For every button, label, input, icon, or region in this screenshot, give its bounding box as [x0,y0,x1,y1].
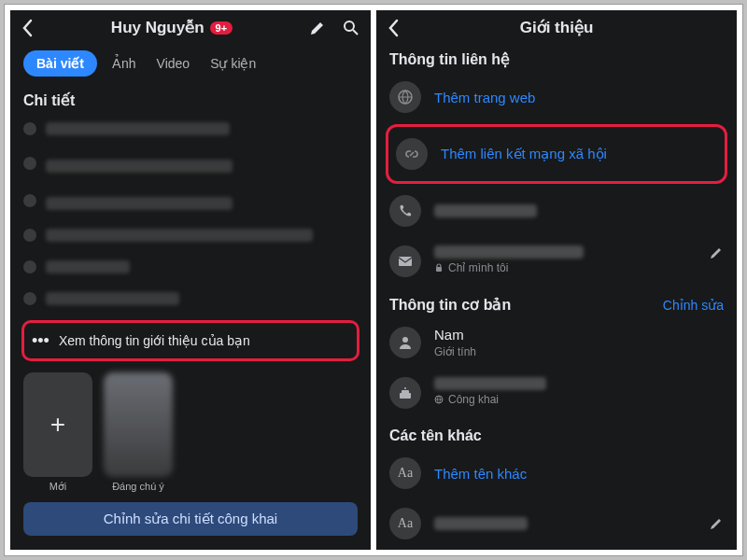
aa-icon: Aa [389,508,421,539]
edit-basic-link[interactable]: Chỉnh sửa [663,298,724,313]
detail-row [23,229,358,242]
person-icon [389,327,421,358]
other-names-title: Các tên khác [376,418,737,448]
aa-icon: Aa [389,457,421,489]
other-name-row[interactable]: Aa [376,498,737,549]
header-title: Huy Nguyễn 9+ [111,18,233,37]
add-website-label: Thêm trang web [434,90,724,105]
phone-icon [389,195,421,227]
add-website-row[interactable]: Thêm trang web [376,72,737,122]
story-highlights: + Mới Đáng chú ý [10,367,371,495]
story-featured-card[interactable] [104,372,173,477]
see-about-info-row[interactable]: ••• Xem thông tin giới thiệu của bạn [21,320,359,361]
email-value [434,245,584,259]
basic-info-title: Thông tin cơ bản Chỉnh sửa [376,287,737,317]
detail-row [23,292,358,305]
details-section-title: Chi tiết [10,82,371,113]
cake-icon [389,377,421,409]
svg-rect-7 [402,390,409,394]
header: Giới thiệu [376,10,737,41]
svg-line-1 [353,30,358,35]
notification-badge: 9+ [210,21,233,35]
link-icon [396,138,428,170]
add-social-link-row[interactable]: Thêm liên kết mạng xã hội [392,134,721,174]
tab-posts[interactable]: Bài viết [23,50,97,77]
email-row[interactable]: Chỉ mình tôi [376,236,737,287]
add-social-link-highlight: Thêm liên kết mạng xã hội [386,124,727,184]
birthday-row[interactable]: Công khai [376,368,737,418]
header-title: Giới thiệu [520,18,594,37]
header: Huy Nguyễn 9+ [10,10,371,41]
gender-sublabel: Giới tính [434,345,724,358]
tab-videos[interactable]: Video [151,50,196,77]
story-new-label: Mới [23,477,92,493]
tab-events[interactable]: Sự kiện [204,50,261,77]
story-new-card[interactable]: + [23,372,92,477]
contact-info-title: Thông tin liên hệ [376,41,737,72]
other-name-value [434,517,528,530]
plus-icon: + [50,410,65,440]
search-icon[interactable] [343,20,359,36]
edit-public-details-button[interactable]: Chỉnh sửa chi tiết công khai [23,502,358,536]
phone-row[interactable] [376,186,737,236]
about-screen: Giới thiệu Thông tin liên hệ Thêm trang … [376,10,737,550]
svg-point-8 [404,387,406,389]
svg-point-0 [345,21,354,31]
phone-value [434,204,537,217]
detail-row [23,260,358,273]
gender-value: Nam [434,327,724,343]
profile-tabs: Bài viết Ảnh Video Sự kiện [10,41,371,82]
svg-rect-3 [399,257,412,266]
more-icon: ••• [32,332,49,349]
profile-name: Huy Nguyễn [111,18,204,37]
story-featured-label: Đáng chú ý [104,477,173,493]
back-icon[interactable] [388,19,401,37]
detail-row [23,154,358,173]
back-icon[interactable] [21,19,35,37]
email-icon [389,245,421,277]
detail-row [23,122,358,135]
gender-row[interactable]: Nam Giới tính [376,317,737,368]
profile-screen: Huy Nguyễn 9+ Bài viết Ảnh Video Sự kiện… [10,10,371,550]
add-other-name-label: Thêm tên khác [434,466,724,482]
see-about-label: Xem thông tin giới thiệu của bạn [59,333,250,348]
edit-icon[interactable] [709,245,724,260]
svg-rect-4 [436,267,442,272]
birthday-value [434,377,546,390]
tab-photos[interactable]: Ảnh [106,50,142,77]
add-other-name-row[interactable]: Aa Thêm tên khác [376,448,737,498]
svg-point-5 [402,337,408,343]
privacy-public: Công khai [434,393,724,406]
detail-row [23,191,358,210]
edit-icon[interactable] [309,20,326,36]
edit-icon[interactable] [709,516,724,531]
add-social-label: Thêm liên kết mạng xã hội [441,146,717,162]
globe-icon [389,81,421,113]
privacy-only-me: Chỉ mình tôi [434,261,696,274]
